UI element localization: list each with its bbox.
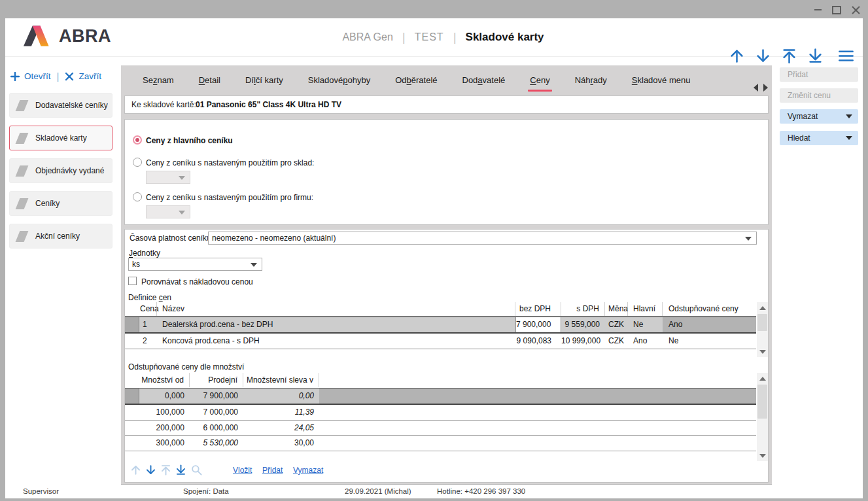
open-link[interactable]: Otevřít [10, 71, 51, 81]
arrow-up-icon[interactable] [728, 47, 746, 65]
minimize-icon[interactable] [810, 4, 825, 16]
module-icon [16, 165, 29, 177]
qty-table-scrollbar[interactable] [757, 373, 768, 461]
chevron-down-icon [179, 211, 185, 215]
price-mena-cell: CZK [605, 317, 628, 332]
tab-skladove-menu[interactable]: Skladové menu [619, 65, 703, 95]
price-table-scrollbar[interactable] [757, 302, 768, 357]
scroll-down-icon[interactable] [757, 346, 768, 357]
search-icon [190, 464, 203, 476]
units-select[interactable]: ks [128, 258, 262, 271]
app-name: ABRA Gen [342, 31, 392, 43]
search-button[interactable]: Hledat [780, 131, 858, 145]
tab-scroll-left-icon[interactable] [754, 84, 758, 92]
col-header-s-dph[interactable]: s DPH [561, 302, 605, 316]
col-header-prodejni-cena[interactable]: Prodejní cena [190, 373, 243, 387]
module-icon [16, 133, 29, 144]
tab-detail[interactable]: Detail [186, 65, 233, 95]
qty-table-row[interactable]: 300,000 5 530,000 30,00 [125, 436, 756, 451]
qty-sleva-cell: 11,39 [243, 405, 319, 420]
qty-cena-cell: 7 000,000 [190, 405, 243, 420]
radio-company-pricelist[interactable] [133, 192, 142, 201]
radio-main-pricelist[interactable] [133, 135, 142, 145]
qty-mnozstvi-cell: 100,000 [139, 405, 190, 420]
qty-table-row-selected[interactable]: 0,000 7 900,000 0,00 [125, 388, 756, 405]
qty-table-row[interactable]: 200,000 6 000,000 24,05 [125, 421, 756, 436]
radio-warehouse-pricelist-label: Ceny z ceníku s nastaveným použitím pro … [146, 158, 314, 167]
radio-warehouse-pricelist[interactable] [133, 158, 142, 167]
arrow-down-icon[interactable] [754, 47, 772, 65]
scroll-up-icon[interactable] [757, 302, 768, 313]
close-icon[interactable] [848, 4, 863, 16]
sidebar-item-objednavky-vydane[interactable]: Objednávky vydané [9, 158, 113, 183]
window-border-bottom [0, 498, 868, 501]
price-cena-cell: 1 [143, 317, 156, 332]
delete-link[interactable]: Vymazat [293, 466, 323, 475]
insert-link[interactable]: Vložit [233, 466, 252, 475]
col-header-cena[interactable]: Cena [125, 302, 157, 316]
add-link[interactable]: Přidat [262, 466, 283, 475]
radio-company-pricelist-label: Ceny z ceníku s nastaveným použitím pro … [146, 193, 313, 202]
row-bottom-icon[interactable] [175, 464, 187, 476]
scroll-down-icon[interactable] [757, 450, 768, 461]
row-down-icon[interactable] [145, 464, 157, 476]
warehouse-pricelist-select [146, 171, 190, 184]
scrollbar-thumb[interactable] [757, 314, 767, 331]
sidebar-item-akcni-ceniky[interactable]: Akční ceníky [9, 224, 113, 249]
col-header-mena[interactable]: Měna [605, 302, 628, 316]
title-bar [0, 0, 868, 18]
close-x-icon [65, 72, 74, 81]
card-label: Ke skladové kartě: [131, 100, 196, 109]
chevron-down-icon [846, 114, 852, 118]
breadcrumb-separator: | [453, 30, 457, 44]
col-header-hlavni[interactable]: Hlavní [628, 302, 663, 316]
col-header-odstupnovane[interactable]: Odstupňované ceny [663, 302, 756, 316]
tab-scroll-right-icon[interactable] [763, 84, 768, 92]
breadcrumb-separator: | [402, 30, 406, 44]
tab-odberatele[interactable]: Odběratelé [383, 65, 449, 95]
qty-sleva-cell: 0,00 [243, 389, 319, 404]
sidebar-item-dodavatelske-ceniky[interactable]: Dodavatelské ceníky [9, 93, 113, 118]
price-table-row[interactable]: 2 Koncová prod.cena - s DPH 9 090,083 10… [125, 334, 756, 349]
tab-bar: Seznam Detail Dílčí karty Skladové pohyb… [121, 65, 749, 95]
arrow-bottom-icon[interactable] [807, 47, 824, 65]
maximize-icon[interactable] [829, 4, 844, 16]
selected-row-dark-region [319, 389, 756, 404]
delete-button[interactable]: Vymazat [780, 109, 858, 124]
close-link[interactable]: Zavřít [65, 71, 101, 81]
status-user: Supervisor [23, 487, 59, 495]
radio-main-pricelist-label: Ceny z hlavního ceníku [146, 136, 233, 145]
menu-icon[interactable] [837, 47, 855, 65]
tab-dodavatele[interactable]: Dodavatelé [450, 65, 518, 95]
sidebar-item-ceniky[interactable]: Ceníky [9, 191, 113, 216]
chevron-down-icon [846, 136, 852, 140]
status-hotline: Hotline: +420 296 397 330 [437, 487, 525, 495]
row-top-icon [160, 464, 172, 476]
module-icon [16, 198, 29, 209]
col-header-nazev[interactable]: Název [157, 302, 515, 316]
tab-seznam[interactable]: Seznam [130, 65, 186, 95]
card-header-panel: Ke skladové kartě: 01 Panasonic 65" Clas… [124, 95, 769, 114]
qty-table-row[interactable]: 100,000 7 000,000 11,39 [125, 405, 756, 420]
qty-cena-cell: 6 000,000 [190, 421, 243, 436]
tab-nahrady[interactable]: Náhrady [563, 65, 619, 95]
scrollbar-thumb[interactable] [757, 385, 767, 419]
qty-cena-cell: 5 530,000 [190, 436, 243, 451]
tab-dilci-karty[interactable]: Dílčí karty [233, 65, 296, 95]
app-window: ABRA ABRA Gen | TEST | Skladové karty Ot… [0, 0, 868, 501]
col-header-mnozstevni-sleva[interactable]: Množstevní sleva v % [243, 373, 319, 387]
price-hlavni-cell: Ano [628, 334, 663, 349]
validity-select[interactable]: neomezeno - neomezeno (aktuální) [208, 232, 757, 245]
compare-cost-checkbox[interactable] [128, 277, 137, 285]
scroll-up-icon[interactable] [757, 373, 768, 384]
col-header-bez-dph[interactable]: bez DPH [515, 302, 561, 316]
arrow-top-icon[interactable] [780, 47, 798, 65]
price-table-header: Cena Název bez DPH s DPH Měna Hlavní Ods… [125, 302, 756, 316]
price-table-row-selected[interactable]: 1 Dealerská prod.cena - bez DPH 7 900,00… [125, 317, 756, 334]
col-header-mnozstvi-od[interactable]: Množství od [125, 373, 190, 387]
price-bezdph-cell: 9 090,083 [515, 334, 561, 349]
tab-skladove-pohyby[interactable]: Skladové pohyby [296, 65, 383, 95]
qty-mnozstvi-cell: 300,000 [139, 436, 190, 451]
sidebar-item-skladove-karty[interactable]: Skladové karty [9, 126, 113, 150]
tab-ceny[interactable]: Ceny [517, 65, 562, 95]
